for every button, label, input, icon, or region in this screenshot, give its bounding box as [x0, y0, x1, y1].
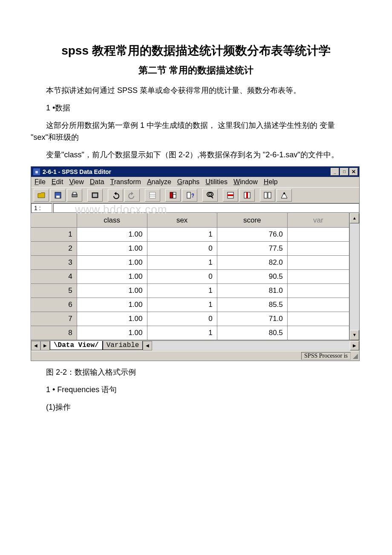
cell[interactable]: 82.0: [217, 255, 287, 269]
svg-rect-8: [150, 192, 156, 198]
menu-graphs[interactable]: Graphs: [177, 178, 199, 186]
goto-case-icon[interactable]: [145, 189, 160, 202]
scroll-down-icon[interactable]: ▼: [350, 330, 359, 340]
cell[interactable]: [287, 227, 349, 241]
row-number[interactable]: 3: [32, 255, 77, 269]
menu-window[interactable]: Window: [233, 178, 258, 186]
vertical-scrollbar[interactable]: ▲ ▼: [349, 213, 359, 340]
page-title: spss 教程常用的数据描述统计频数分布表等统计学: [31, 43, 361, 59]
cell[interactable]: 77.5: [217, 241, 287, 255]
tab-nav-first-icon[interactable]: ◀: [31, 341, 40, 350]
cell[interactable]: [287, 269, 349, 283]
row-number[interactable]: 6: [32, 298, 77, 312]
table-row[interactable]: 71.00071.0: [32, 312, 349, 326]
cell[interactable]: [287, 326, 349, 340]
cell[interactable]: 1: [147, 255, 217, 269]
split-file-icon[interactable]: [260, 189, 275, 202]
cell[interactable]: 1.00: [77, 241, 147, 255]
menu-view[interactable]: View: [69, 178, 84, 186]
cell[interactable]: 76.0: [217, 227, 287, 241]
cell[interactable]: 85.5: [217, 298, 287, 312]
cell[interactable]: [287, 298, 349, 312]
cell[interactable]: 1: [147, 283, 217, 298]
table-row[interactable]: 61.00185.5: [32, 298, 349, 312]
cell[interactable]: 80.5: [217, 326, 287, 340]
menu-data[interactable]: Data: [90, 178, 104, 186]
table-row[interactable]: 41.00090.5: [32, 269, 349, 283]
menu-transform[interactable]: Transform: [110, 178, 141, 186]
cell[interactable]: 1.00: [77, 312, 147, 326]
resize-grip-icon[interactable]: [352, 353, 358, 359]
print-icon[interactable]: [67, 189, 82, 202]
cell[interactable]: [287, 283, 349, 298]
weight-cases-icon[interactable]: [277, 189, 292, 202]
svg-point-25: [283, 193, 285, 194]
app-icon: ▦: [33, 168, 40, 176]
table-row[interactable]: 31.00182.0: [32, 255, 349, 269]
data-grid[interactable]: class sex score var 11.00176.021.00077.5…: [31, 213, 349, 340]
svg-rect-20: [228, 194, 233, 196]
corner-cell: [32, 213, 77, 227]
undo-icon[interactable]: [108, 189, 123, 202]
scroll-right-icon[interactable]: ▶: [350, 341, 359, 350]
cell[interactable]: 1.00: [77, 326, 147, 340]
row-number[interactable]: 1: [32, 227, 77, 241]
cell[interactable]: 1.00: [77, 269, 147, 283]
dialog-recall-icon[interactable]: [87, 189, 103, 202]
row-number[interactable]: 7: [32, 312, 77, 326]
cell[interactable]: 1.00: [77, 298, 147, 312]
cell[interactable]: 0: [147, 269, 217, 283]
cell-value-input[interactable]: www.bddocx.com: [53, 203, 359, 213]
table-row[interactable]: 21.00077.5: [32, 241, 349, 255]
cell[interactable]: 1: [147, 298, 217, 312]
cell[interactable]: [287, 255, 349, 269]
menu-file[interactable]: File: [35, 178, 46, 186]
table-row[interactable]: 81.00180.5: [32, 326, 349, 340]
menu-help[interactable]: Help: [264, 178, 278, 186]
row-number[interactable]: 4: [32, 269, 77, 283]
tab-data-view[interactable]: \Data View /: [50, 341, 103, 350]
variables-icon[interactable]: [165, 189, 181, 202]
table-row[interactable]: 11.00176.0: [32, 227, 349, 241]
cell[interactable]: 0: [147, 241, 217, 255]
tab-variable-view[interactable]: Variable: [103, 341, 143, 350]
cell[interactable]: 1.00: [77, 227, 147, 241]
tab-scroll-left-icon[interactable]: ◀: [143, 341, 152, 350]
cell[interactable]: 1.00: [77, 283, 147, 298]
cell[interactable]: 1: [147, 326, 217, 340]
scroll-up-icon[interactable]: ▲: [350, 213, 359, 223]
menubar: File Edit View Data Transform Analyze Gr…: [31, 177, 359, 187]
row-number[interactable]: 8: [32, 326, 77, 340]
cell[interactable]: [287, 312, 349, 326]
info-icon[interactable]: ?: [182, 189, 197, 202]
save-icon[interactable]: [50, 189, 66, 202]
tab-nav-prev-icon[interactable]: ▶: [40, 341, 50, 350]
minimize-button[interactable]: _: [331, 168, 339, 176]
redo-icon[interactable]: [124, 189, 140, 202]
menu-analyze[interactable]: Analyze: [147, 178, 171, 186]
cell[interactable]: 1: [147, 227, 217, 241]
column-header[interactable]: score: [217, 213, 287, 227]
cell[interactable]: 81.0: [217, 283, 287, 298]
cell[interactable]: 90.5: [217, 269, 287, 283]
table-row[interactable]: 51.00181.0: [32, 283, 349, 298]
find-icon[interactable]: [202, 189, 218, 202]
menu-edit[interactable]: Edit: [52, 178, 63, 186]
close-button[interactable]: ✕: [349, 168, 358, 176]
column-header[interactable]: var: [287, 213, 349, 227]
maximize-button[interactable]: □: [340, 168, 349, 176]
cell[interactable]: 1.00: [77, 255, 147, 269]
statusbar: SPSS Processor is: [31, 351, 359, 361]
open-icon[interactable]: [34, 189, 49, 202]
row-number[interactable]: 2: [32, 241, 77, 255]
cell[interactable]: 71.0: [217, 312, 287, 326]
row-number[interactable]: 5: [32, 283, 77, 298]
cell[interactable]: [287, 241, 349, 255]
cell[interactable]: 0: [147, 312, 217, 326]
horizontal-scrollbar[interactable]: ▶: [152, 341, 359, 350]
insert-variable-icon[interactable]: [239, 189, 255, 202]
svg-marker-6: [114, 192, 116, 195]
svg-rect-24: [268, 192, 271, 198]
menu-utilities[interactable]: Utilities: [205, 178, 228, 186]
insert-case-icon[interactable]: [223, 189, 238, 202]
